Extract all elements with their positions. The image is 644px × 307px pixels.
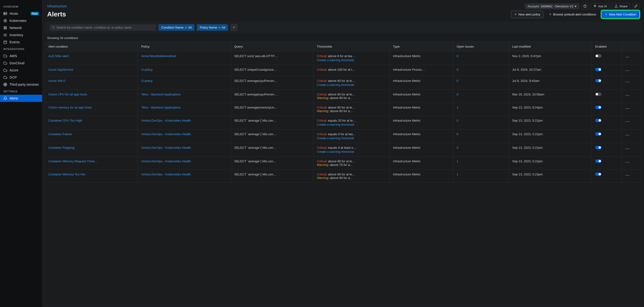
table-wrap: Alert condition Policy Query Thresholds …: [45, 42, 642, 307]
condition-link[interactable]: Check CPU for all app hosts: [48, 92, 134, 96]
condition-link[interactable]: Container Memory Too Hot: [48, 172, 134, 176]
row-actions-menu[interactable]: ⋯: [625, 132, 630, 137]
create-warning-link[interactable]: Create a warning threshold: [317, 83, 386, 87]
col-policy[interactable]: Policy: [138, 42, 231, 52]
col-enabled[interactable]: Enabled: [592, 42, 622, 52]
breadcrumb[interactable]: Infrastructure: [47, 4, 67, 8]
add-filter-button[interactable]: [230, 24, 238, 31]
query-text: SELECT `average`(`k8s.con…: [234, 160, 310, 163]
create-warning-link[interactable]: Create a warning threshold: [317, 123, 386, 126]
open-issues-link[interactable]: 0: [457, 119, 458, 122]
col-query[interactable]: Query: [231, 42, 314, 52]
sparkle-icon: [593, 4, 597, 8]
sidebar-item-aws[interactable]: AWS: [0, 52, 42, 60]
col-thresholds[interactable]: Thresholds: [314, 42, 390, 52]
search-input[interactable]: [56, 26, 154, 29]
condition-link[interactable]: Azure-AppService: [48, 68, 134, 72]
enabled-toggle[interactable]: [595, 132, 602, 136]
open-issues-link[interactable]: 1: [457, 106, 458, 109]
open-issues-link[interactable]: 0: [457, 132, 458, 136]
row-actions-menu[interactable]: ⋯: [625, 93, 630, 98]
policy-link[interactable]: AcmeTelcoMobileAndroid: [141, 54, 227, 58]
enabled-toggle[interactable]: [595, 146, 602, 149]
sidebar-item-third-party-services[interactable]: Third-party services: [0, 81, 42, 88]
new-alert-policy-button[interactable]: New alert policy: [511, 11, 543, 18]
sidebar-item-events[interactable]: Events: [0, 38, 42, 46]
enabled-toggle[interactable]: [595, 160, 602, 163]
row-actions-menu[interactable]: ⋯: [625, 79, 630, 84]
permalink-button[interactable]: [632, 3, 639, 10]
create-warning-link[interactable]: Create a warning threshold: [317, 58, 386, 62]
enabled-toggle[interactable]: [595, 106, 602, 109]
policy-link[interactable]: Telco - Backend Applications: [141, 106, 227, 109]
condition-link[interactable]: Container Memory Request Thres…: [48, 160, 134, 163]
share-button[interactable]: Share: [612, 3, 630, 10]
open-issues-link[interactable]: 0: [457, 68, 458, 72]
row-actions-menu[interactable]: ⋯: [625, 160, 630, 164]
policy-link[interactable]: G-policy: [141, 68, 227, 72]
enabled-toggle[interactable]: [595, 119, 602, 122]
condition-link[interactable]: Azure-VM-G: [48, 79, 134, 82]
sidebar-item-inventory[interactable]: Inventory: [0, 32, 42, 38]
policy-link[interactable]: Telco - Backend Applications: [141, 92, 227, 96]
threshold-warning: Warning: above 80 for a…: [317, 96, 386, 100]
col-last-modified[interactable]: Last modified: [509, 42, 592, 52]
policy-link[interactable]: Umbra DevOps - Kubernetes Health: [141, 132, 227, 136]
plus-icon: [549, 13, 552, 16]
policy-link[interactable]: Umbra DevOps - Kubernetes Health: [141, 160, 227, 163]
sidebar-item-network[interactable]: Network: [0, 24, 42, 32]
open-issues-link[interactable]: 1: [457, 172, 458, 176]
policy-link[interactable]: Umbra DevOps - Kubernetes Health: [141, 119, 227, 122]
ask-ai-button[interactable]: Ask AI: [591, 3, 610, 10]
policy-link[interactable]: G-policy: [141, 79, 227, 82]
filter-condition-name[interactable]: Condition Name = All: [158, 24, 194, 31]
col-type[interactable]: Type: [390, 42, 453, 52]
enabled-toggle[interactable]: [595, 68, 602, 71]
sidebar-item-hosts[interactable]: HostsNew: [0, 10, 42, 17]
policy-link[interactable]: Umbra DevOps - Kubernetes Health: [141, 172, 227, 176]
filter-value: All: [188, 26, 192, 29]
open-issues-link[interactable]: 0: [457, 92, 458, 96]
open-issues-link[interactable]: 1: [457, 160, 458, 163]
type-text: Infrastructure Metric: [393, 106, 450, 109]
filter-policy-name[interactable]: Policy Name = All: [197, 24, 228, 31]
enabled-toggle[interactable]: [595, 92, 602, 96]
help-button[interactable]: [582, 3, 588, 10]
open-issues-link[interactable]: 0: [457, 146, 458, 150]
row-actions-menu[interactable]: ⋯: [625, 54, 630, 59]
row-actions-menu[interactable]: ⋯: [625, 106, 630, 111]
condition-link[interactable]: Container CPU Too High: [48, 119, 134, 122]
type-text: Infrastructure Metric: [393, 172, 450, 176]
type-text: Infrastructure Metric: [393, 160, 450, 163]
account-selector[interactable]: Account: 1606862 - Demotron V2 ▾: [524, 3, 579, 9]
sidebar-item-alerts[interactable]: Alerts: [0, 95, 42, 102]
table-row: ALB 500x alertAcmeTelcoMobileAndroidSELE…: [45, 52, 642, 65]
create-warning-link[interactable]: Create a warning threshold: [317, 150, 386, 154]
sidebar-item-govcloud[interactable]: GovCloud: [0, 60, 42, 67]
condition-link[interactable]: ALB 500x alert: [48, 54, 134, 58]
row-actions-menu[interactable]: ⋯: [625, 119, 630, 124]
row-actions-menu[interactable]: ⋯: [625, 173, 630, 178]
col-open-issues[interactable]: Open issues: [453, 42, 509, 52]
sidebar-item-azure[interactable]: Azure: [0, 67, 42, 74]
create-warning-link[interactable]: Create a warning threshold: [317, 136, 386, 140]
condition-link[interactable]: Container Flapping: [48, 146, 134, 150]
condition-link[interactable]: Container Failure: [48, 132, 134, 136]
col-actions: [622, 42, 642, 52]
type-text: Infrastructure Metric: [393, 54, 450, 58]
enabled-toggle[interactable]: [595, 79, 602, 82]
enabled-toggle[interactable]: [595, 54, 602, 58]
row-actions-menu[interactable]: ⋯: [625, 68, 630, 73]
sidebar-item-kubernetes[interactable]: Kubernetes: [0, 17, 42, 24]
enabled-toggle[interactable]: [595, 172, 602, 176]
page-title: Alerts: [47, 10, 66, 18]
browse-prebuilt-button[interactable]: Browse prebuilt alert conditions: [546, 11, 599, 18]
new-alert-condition-button[interactable]: New Alert Condition: [602, 11, 639, 18]
col-alert-condition[interactable]: Alert condition: [45, 42, 138, 52]
open-issues-link[interactable]: 0: [457, 79, 458, 82]
open-issues-link[interactable]: 0: [457, 54, 458, 58]
condition-link[interactable]: Check memory for all app hosts: [48, 106, 134, 109]
sidebar-item-gcp[interactable]: GCP: [0, 74, 42, 81]
row-actions-menu[interactable]: ⋯: [625, 146, 630, 151]
policy-link[interactable]: Umbra DevOps - Kubernetes Health: [141, 146, 227, 150]
